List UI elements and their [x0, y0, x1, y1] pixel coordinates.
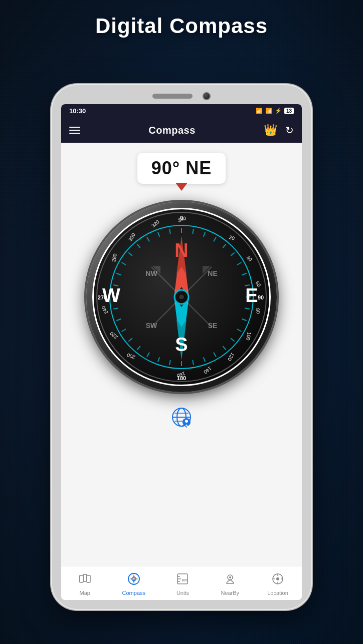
svg-line-38	[169, 360, 170, 365]
svg-marker-89	[134, 578, 139, 580]
hamburger-menu[interactable]	[69, 127, 80, 134]
hamburger-line-1	[69, 127, 80, 128]
signal-icon: 📶	[265, 108, 272, 114]
map-nav-icon	[78, 572, 91, 588]
svg-line-30	[242, 319, 246, 320]
svg-text:W: W	[102, 285, 120, 306]
svg-text:80: 80	[255, 307, 261, 314]
svg-line-50	[128, 252, 132, 255]
svg-text:300: 300	[127, 232, 136, 242]
phone-screen: 10:30 📶 📶 ⚡ 13 Compass 👑 ↻	[61, 104, 302, 600]
app-title: Digital Compass	[0, 14, 363, 38]
svg-text:140: 140	[203, 366, 213, 375]
location-icon-area	[168, 404, 195, 430]
nav-label-location: Location	[267, 590, 288, 596]
svg-line-31	[237, 329, 242, 332]
status-bar: 10:30 📶 📶 ⚡ 13	[61, 104, 302, 118]
svg-line-35	[204, 357, 205, 362]
svg-line-21	[204, 232, 205, 236]
svg-rect-81	[83, 574, 87, 581]
location-world-icon[interactable]	[168, 404, 195, 430]
nav-label-nearby: NearBy	[221, 590, 239, 596]
nav-item-compass[interactable]: Compass	[114, 570, 153, 598]
svg-point-71	[179, 294, 184, 299]
svg-line-42	[128, 338, 132, 341]
compass-svg: 0 20 40 60 80 90 100 120 140	[86, 202, 277, 392]
heading-direction: NE	[186, 158, 212, 178]
svg-rect-80	[80, 575, 83, 582]
units-nav-icon: km	[176, 572, 189, 588]
svg-text:320: 320	[150, 219, 160, 228]
svg-text:240: 240	[100, 305, 109, 315]
svg-line-45	[113, 308, 118, 309]
svg-text:90: 90	[258, 294, 264, 300]
svg-line-49	[121, 262, 126, 265]
charging-icon: ⚡	[275, 108, 282, 114]
svg-line-25	[237, 262, 242, 265]
svg-text:SW: SW	[146, 321, 157, 330]
compass-heading-text: 90° NE	[151, 158, 212, 178]
svg-text:120: 120	[227, 352, 236, 362]
toolbar-actions: 👑 ↻	[264, 124, 294, 137]
heading-degrees: 90°	[151, 158, 180, 178]
compass-heading-bubble: 90° NE	[137, 153, 226, 184]
hamburger-line-2	[69, 130, 80, 131]
compass-container: 0 20 40 60 80 90 100 120 140	[86, 202, 277, 392]
nav-item-units[interactable]: km Units	[164, 570, 201, 598]
svg-text:200: 200	[126, 352, 136, 360]
svg-line-36	[193, 360, 194, 365]
svg-point-98	[276, 577, 279, 580]
bottom-nav: Map Compass	[61, 566, 302, 600]
wifi-icon: 📶	[256, 108, 263, 114]
svg-line-51	[137, 244, 140, 248]
svg-text:NE: NE	[208, 269, 217, 277]
nav-item-nearby[interactable]: NearBy	[212, 570, 248, 598]
svg-text:340: 340	[177, 215, 187, 223]
refresh-icon[interactable]: ↻	[285, 124, 294, 136]
toolbar-title: Compass	[148, 125, 196, 136]
svg-rect-82	[87, 575, 90, 582]
crown-icon[interactable]: 👑	[264, 124, 277, 137]
svg-line-34	[214, 353, 216, 357]
svg-text:NW: NW	[145, 269, 157, 277]
svg-line-39	[158, 357, 159, 362]
location-nav-icon	[271, 572, 284, 588]
compass-nav-icon	[127, 572, 140, 588]
svg-line-40	[147, 353, 149, 357]
svg-line-52	[147, 237, 149, 241]
nav-label-compass: Compass	[122, 590, 145, 596]
svg-line-24	[231, 252, 235, 255]
nav-label-units: Units	[176, 590, 189, 596]
svg-text:220: 220	[109, 331, 119, 340]
nav-label-map: Map	[79, 590, 90, 596]
phone-top	[51, 84, 312, 104]
svg-line-26	[242, 273, 246, 275]
nav-item-location[interactable]: Location	[259, 570, 296, 598]
status-icons: 📶 📶 ⚡ 13	[256, 108, 294, 114]
toolbar: Compass 👑 ↻	[61, 118, 302, 143]
svg-point-78	[185, 420, 188, 423]
hamburger-line-3	[69, 133, 80, 134]
phone-speaker	[152, 94, 193, 99]
svg-point-96	[229, 576, 231, 578]
svg-text:40: 40	[245, 254, 253, 262]
main-content: 90° NE 0 20 40 60	[61, 143, 302, 566]
svg-text:S: S	[175, 334, 188, 355]
svg-marker-88	[129, 578, 134, 580]
svg-line-44	[116, 319, 121, 320]
svg-line-29	[245, 308, 250, 309]
svg-line-22	[214, 237, 216, 241]
svg-text:100: 100	[245, 332, 252, 341]
svg-text:km: km	[182, 578, 188, 582]
svg-line-41	[137, 346, 140, 350]
nav-item-map[interactable]: Map	[67, 570, 103, 598]
phone-frame: 10:30 📶 📶 ⚡ 13 Compass 👑 ↻	[51, 84, 312, 610]
svg-text:180: 180	[177, 375, 186, 381]
nearby-nav-icon	[224, 572, 237, 588]
svg-text:280: 280	[111, 253, 118, 262]
phone-camera	[203, 92, 211, 100]
svg-line-33	[223, 346, 226, 350]
svg-line-23	[223, 244, 226, 248]
battery-badge: 13	[284, 108, 294, 114]
svg-text:N: N	[174, 240, 188, 261]
